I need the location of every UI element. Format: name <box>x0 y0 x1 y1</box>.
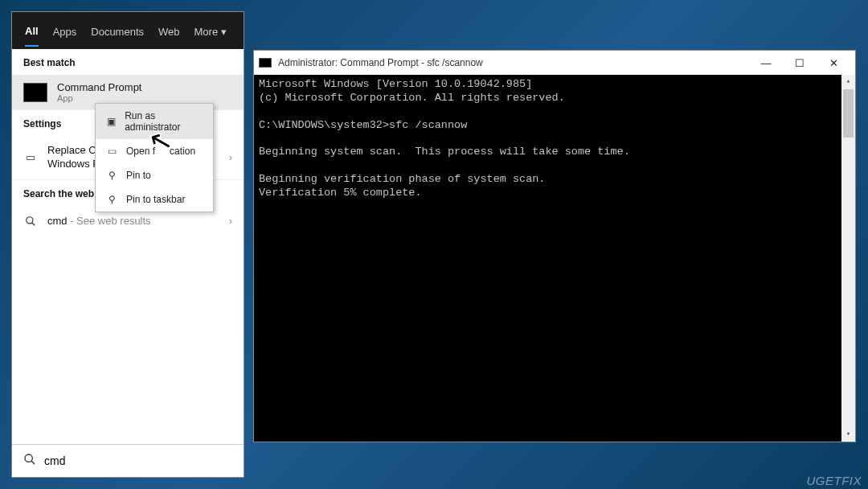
scroll-up-icon[interactable]: ▴ <box>841 75 855 88</box>
terminal-output[interactable]: Microsoft Windows [Version 10.0.19042.98… <box>254 75 855 442</box>
scroll-down-icon[interactable]: ▾ <box>841 428 855 442</box>
title-bar[interactable]: Administrator: Command Prompt - sfc /sca… <box>254 51 855 75</box>
web-result-label: cmd - See web results <box>47 215 151 227</box>
chevron-right-icon: › <box>229 152 232 163</box>
svg-line-3 <box>31 461 35 464</box>
pin-icon: ⚲ <box>105 194 118 205</box>
svg-line-1 <box>32 223 35 226</box>
command-prompt-window: Administrator: Command Prompt - sfc /sca… <box>253 50 856 442</box>
svg-point-2 <box>25 454 32 462</box>
tab-all[interactable]: All <box>25 15 39 47</box>
svg-point-0 <box>27 217 33 224</box>
tab-more-label: More <box>194 26 219 38</box>
tab-apps[interactable]: Apps <box>53 24 77 38</box>
ctx-label: Pin to St <box>126 170 162 181</box>
result-title: Command Prompt <box>57 81 141 93</box>
tab-web[interactable]: Web <box>158 24 180 38</box>
chevron-down-icon: ▾ <box>221 26 227 38</box>
search-tabs: All Apps Documents Web More ▾ <box>12 12 244 49</box>
vertical-scrollbar[interactable]: ▴ ▾ <box>841 75 855 442</box>
ctx-pin-to-start[interactable]: ⚲ Pin to St <box>96 163 213 187</box>
watermark: UGETFIX <box>806 474 862 487</box>
ctx-label: Pin to taskbar <box>126 194 185 205</box>
result-subtitle: App <box>57 93 141 103</box>
cmd-app-icon <box>259 58 272 68</box>
folder-icon: ▭ <box>105 146 118 157</box>
window-title: Administrator: Command Prompt - sfc /sca… <box>278 57 483 68</box>
search-input-row <box>12 444 244 477</box>
close-button[interactable]: ✕ <box>817 51 850 74</box>
maximize-button[interactable]: ☐ <box>783 51 817 74</box>
search-icon <box>23 453 36 469</box>
windows-search-panel: All Apps Documents Web More ▾ Best match… <box>11 11 244 478</box>
minimize-button[interactable]: — <box>749 51 783 74</box>
chevron-right-icon: › <box>229 216 232 227</box>
scroll-thumb[interactable] <box>843 89 854 138</box>
best-match-header: Best match <box>12 49 244 75</box>
search-icon <box>23 214 38 228</box>
pin-icon: ⚲ <box>105 170 118 181</box>
command-prompt-icon <box>23 83 47 102</box>
tab-documents[interactable]: Documents <box>91 24 144 38</box>
search-input[interactable] <box>44 454 232 467</box>
settings-icon: ▭ <box>23 150 38 165</box>
tab-more[interactable]: More ▾ <box>194 24 227 38</box>
admin-shield-icon: ▣ <box>105 116 117 127</box>
ctx-pin-to-taskbar[interactable]: ⚲ Pin to taskbar <box>96 187 213 212</box>
